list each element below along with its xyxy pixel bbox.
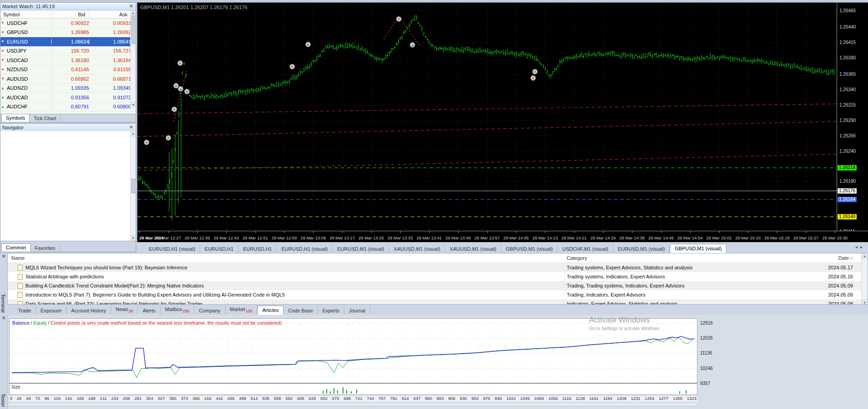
toolbox-tab[interactable]: Experts — [318, 307, 344, 315]
column-name[interactable]: Name — [11, 255, 550, 261]
toolbox-tab[interactable]: Trade — [14, 307, 36, 315]
document-icon — [18, 274, 23, 280]
market-watch-row[interactable]: ▼GBPUSD1.269851.26992 — [0, 28, 136, 38]
close-icon[interactable]: ✕ — [1, 254, 6, 259]
article-row[interactable]: Introduction to MQL5 (Part 7): Beginner'… — [8, 290, 868, 299]
column-category[interactable]: Category — [567, 255, 587, 261]
size-bar — [686, 390, 687, 394]
arrow-down-icon: ▼ — [0, 30, 5, 34]
navigator-titlebar[interactable]: Navigator ✕ — [0, 124, 136, 131]
chart-tab[interactable]: EURUSD,M1 (visual) — [613, 245, 670, 253]
toolbox-tab[interactable]: Exposure — [36, 307, 66, 315]
close-icon[interactable]: ✕ — [128, 125, 134, 130]
chart-tab[interactable]: EURUSD,H1 (visual) — [144, 245, 200, 253]
scrollbar-thumb[interactable] — [131, 179, 136, 193]
chart-plot-area[interactable]: ▼▼▼▼▲▼▼▼▼▼▲▼▼ — [137, 3, 837, 231]
navigator-tab[interactable]: Favorites — [31, 244, 60, 252]
tester-x-axis: 0264972961191421651882112342582813043273… — [9, 396, 697, 402]
article-row[interactable]: Statistical Arbitrage with predictionsTr… — [8, 272, 868, 281]
chart-tab[interactable]: EURUSD,M1 (visual) — [333, 245, 389, 253]
market-watch-tab-active[interactable]: Symbols — [1, 114, 29, 122]
market-watch-row[interactable]: ▼NZDUSD0.611450.61158 — [0, 65, 136, 75]
column-date[interactable]: Date ▽ — [839, 255, 853, 261]
toolbox-tab[interactable]: Journal — [344, 307, 370, 315]
toolbox-tab[interactable]: Account History — [67, 307, 111, 315]
chart-tab[interactable]: USDCHF,M1 (visual) — [558, 245, 613, 253]
market-watch-row[interactable]: ▼USDCAD1.361801.36194 — [0, 56, 136, 65]
chart-tab[interactable]: EURUSD,H1 — [239, 245, 277, 253]
chart-tab[interactable]: XAUUSD,M1 (visual) — [445, 245, 501, 253]
trade-marker-sell-icon[interactable]: ▼ — [178, 61, 183, 66]
market-watch-row[interactable]: ▼USDJPY155.720155.727 — [0, 47, 136, 56]
trade-marker-sell-icon[interactable]: ▼ — [174, 83, 179, 88]
toolbox-tab[interactable]: Alerts — [138, 307, 160, 315]
trade-marker-buy-icon[interactable]: ▲ — [178, 87, 183, 92]
column-symbol[interactable]: Symbol — [0, 12, 51, 17]
chart-tab[interactable]: GBPUSD,M1 (visual) — [501, 245, 558, 253]
column-ask[interactable]: Ask — [88, 12, 130, 17]
chart-window[interactable]: GBPUSD,M1 1.26201 1.26207 1.26176 1.2617… — [137, 2, 868, 242]
scroll-up-icon[interactable]: ▲ — [131, 10, 136, 16]
close-icon[interactable]: ✕ — [1, 316, 6, 321]
ask-value: 0.60800 — [89, 104, 131, 109]
chart-tab-active[interactable]: GBPUSD,M1 (visual) — [670, 244, 726, 253]
tester-graph[interactable]: Balance / Equity / Control points (a ver… — [9, 318, 697, 383]
market-watch-scrollbar[interactable]: ▲ ▼ — [130, 10, 136, 107]
tester-y-axis: 129161202611136102469357 — [699, 318, 726, 383]
price-scale[interactable]: 1.264651.264401.264151.263901.263651.263… — [837, 3, 868, 231]
market-watch-row[interactable]: ▲AUDCHF0.607910.60800 — [0, 102, 136, 112]
tester-side-label: Tester — [0, 394, 6, 407]
trade-marker-close-icon[interactable]: ▼ — [166, 136, 171, 141]
toolbox-tab[interactable]: Market105 — [226, 305, 258, 315]
article-name: Statistical Arbitrage with predictions — [18, 274, 550, 280]
column-bid[interactable]: Bid — [51, 12, 88, 17]
close-icon[interactable]: ✕ — [128, 4, 134, 9]
trade-marker-sell-icon[interactable]: ▼ — [531, 76, 536, 81]
scroll-up-icon[interactable]: ▲ — [862, 253, 868, 259]
time-scale[interactable]: 29 Mar 202429 Mar 12:2729 Mar 12:3529 Ma… — [137, 231, 868, 243]
navigator-scrollbar[interactable]: ▲ ▼ — [130, 131, 136, 241]
scrollbar-thumb[interactable] — [131, 16, 136, 44]
toolbox-tab[interactable]: Mailbox256 — [161, 305, 195, 315]
market-watch-row[interactable]: ▼AUDUSD0.668620.66871 — [0, 74, 136, 84]
toolbox-tab[interactable]: Code Base — [284, 307, 318, 315]
tester-horizontal-scrollbar[interactable] — [9, 402, 697, 406]
chart-tab[interactable]: EURUSD,H1 — [200, 245, 239, 253]
market-watch-row[interactable]: ▲AUDCAD0.910560.91072 — [0, 93, 136, 102]
navigator-tab-active[interactable]: Common — [1, 243, 31, 252]
scroll-down-icon[interactable]: ▼ — [131, 102, 136, 107]
trade-marker-close-icon[interactable]: ▼ — [533, 69, 538, 74]
trade-marker-sell-icon[interactable]: ▼ — [185, 89, 190, 94]
trade-marker-buy-icon[interactable]: ▲ — [410, 43, 415, 48]
article-date: 2024.05.09 — [828, 292, 853, 297]
tester-x-label: 234 — [111, 396, 118, 402]
chart-tabs-scroll-icons[interactable]: ◂▸ — [855, 244, 865, 249]
scroll-down-icon[interactable]: ▼ — [862, 300, 868, 305]
market-watch-row[interactable]: ▼EURUSD1.086341.08641 — [0, 37, 136, 47]
trade-marker-sell-icon[interactable]: ▼ — [172, 107, 177, 112]
tester-y-label: 12026 — [700, 336, 713, 341]
chart-tab[interactable]: XAUUSD,M1 (visual) — [389, 245, 446, 253]
scroll-down-icon[interactable]: ▼ — [131, 235, 136, 241]
chart-tab[interactable]: EURUSD,H1 (visual) — [277, 245, 333, 253]
toolbox-tab[interactable]: News36 — [111, 305, 138, 315]
article-row[interactable]: Building A Candlestick Trend Constraint … — [8, 281, 868, 290]
toolbox-tab-active[interactable]: Articles — [257, 306, 284, 315]
navigator-tree[interactable]: ▲ ▼ — [0, 131, 136, 241]
market-watch-panel: Market Watch: 11:45:19 ✕ Symbol Bid Ask … — [0, 2, 136, 122]
trade-marker-sell-icon[interactable]: ▼ — [144, 140, 149, 145]
scroll-up-icon[interactable]: ▲ — [131, 131, 136, 136]
market-watch-row[interactable]: ▲AUDNZD1.093351.09349 — [0, 84, 136, 93]
market-watch-titlebar[interactable]: Market Watch: 11:45:19 ✕ — [0, 3, 136, 10]
sort-icon[interactable]: ▽ — [850, 257, 853, 261]
article-row[interactable]: Data Science and ML (Part 22): Leveragin… — [8, 299, 868, 305]
trade-marker-sell-icon[interactable]: ▼ — [397, 17, 402, 22]
trade-marker-sell-icon[interactable]: ▼ — [306, 42, 311, 47]
market-watch-row[interactable]: ▼USDCHF0.909220.90931 — [0, 19, 136, 28]
trade-marker-sell-icon[interactable]: ▼ — [290, 64, 295, 69]
tester-x-label: 1231 — [631, 396, 640, 402]
articles-scrollbar[interactable]: ▲ ▼ — [861, 253, 868, 305]
article-row[interactable]: MQL5 Wizard Techniques you should know (… — [8, 263, 868, 272]
toolbox-tab[interactable]: Company — [194, 307, 225, 315]
market-watch-tab[interactable]: Tick Chart — [29, 115, 61, 122]
